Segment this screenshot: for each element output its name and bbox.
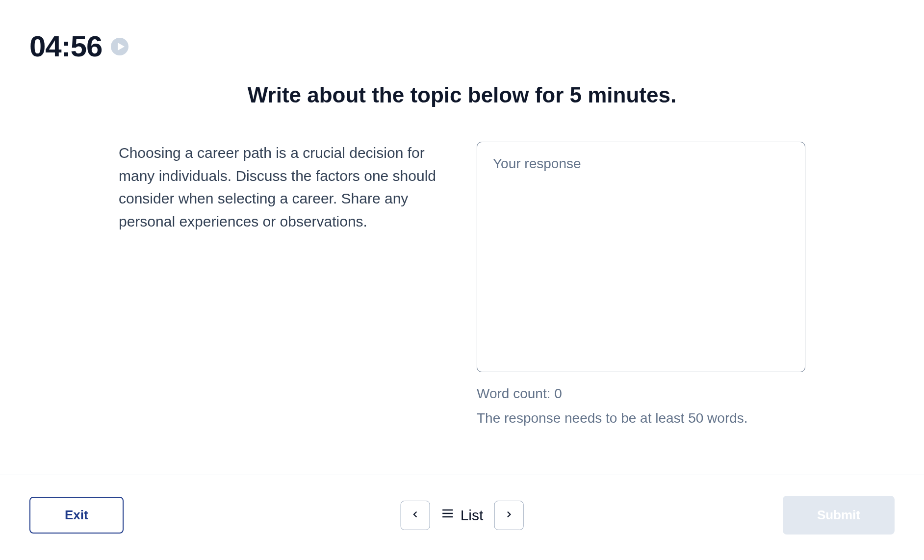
exit-button[interactable]: Exit (29, 497, 124, 534)
instruction-heading: Write about the topic below for 5 minute… (29, 83, 895, 107)
response-column: Word count: 0 The response needs to be a… (477, 142, 805, 426)
chevron-right-icon (503, 509, 514, 521)
prev-button[interactable] (401, 501, 430, 530)
submit-button[interactable]: Submit (783, 496, 895, 535)
footer-bar: Exit List Submit (0, 475, 924, 560)
nav-group: List (401, 501, 524, 530)
response-input[interactable] (477, 142, 805, 372)
prompt-text: Choosing a career path is a crucial deci… (119, 142, 447, 426)
list-button[interactable]: List (441, 507, 484, 524)
page-root: 04:56 Write about the topic below for 5 … (0, 0, 924, 560)
play-icon[interactable] (111, 38, 128, 55)
list-label: List (461, 507, 484, 524)
content-row: Choosing a career path is a crucial deci… (89, 142, 835, 426)
timer-display: 04:56 (29, 29, 102, 63)
word-count-label: Word count: (477, 386, 554, 401)
timer-row: 04:56 (29, 29, 895, 63)
next-button[interactable] (494, 501, 523, 530)
chevron-left-icon (410, 509, 421, 521)
svg-marker-0 (118, 43, 125, 51)
word-count: Word count: 0 (477, 386, 805, 402)
list-icon (441, 507, 455, 524)
word-count-value: 0 (554, 386, 562, 401)
min-words-note: The response needs to be at least 50 wor… (477, 410, 805, 426)
